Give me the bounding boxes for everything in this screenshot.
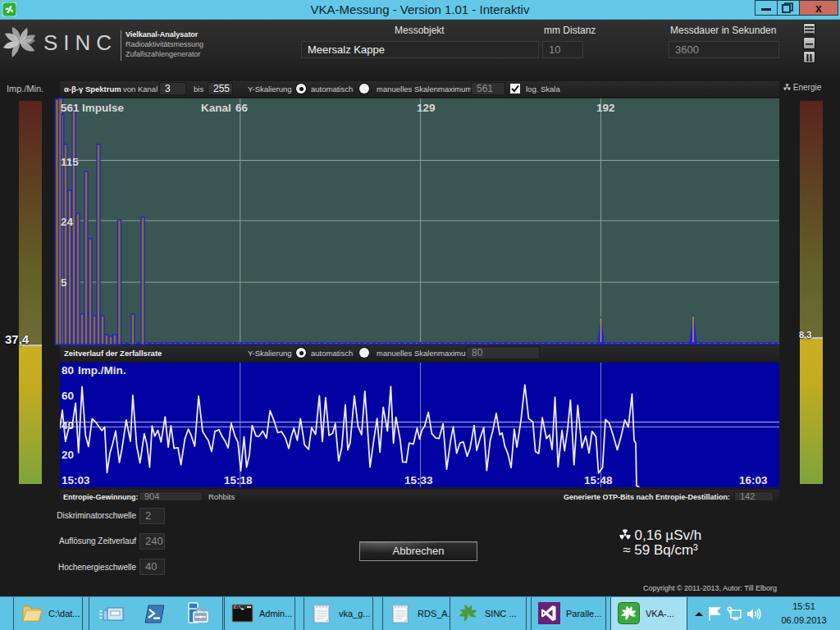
svg-text:16:03: 16:03	[739, 474, 768, 486]
svg-text:15:33: 15:33	[404, 474, 433, 486]
svg-text:66: 66	[235, 102, 249, 114]
svg-text:C:\▂: C:\▂	[234, 605, 244, 610]
svg-text:561: 561	[61, 102, 80, 114]
svg-text:192: 192	[596, 102, 615, 114]
svg-text:24: 24	[61, 216, 74, 228]
svg-text:20: 20	[62, 449, 74, 461]
svg-text:15:18: 15:18	[224, 474, 253, 486]
svg-text:5: 5	[61, 276, 67, 289]
svg-text:60: 60	[62, 390, 74, 402]
svg-text:Impulse: Impulse	[82, 102, 125, 114]
svg-text:80: 80	[62, 364, 74, 377]
svg-text:15:03: 15:03	[62, 474, 90, 486]
svg-text:Kanal: Kanal	[201, 102, 231, 114]
svg-text:15:48: 15:48	[584, 474, 613, 486]
svg-text:115: 115	[61, 156, 79, 168]
svg-text:40: 40	[62, 419, 74, 431]
svg-text:Imp./Min.: Imp./Min.	[78, 364, 126, 377]
svg-text:129: 129	[417, 102, 436, 114]
